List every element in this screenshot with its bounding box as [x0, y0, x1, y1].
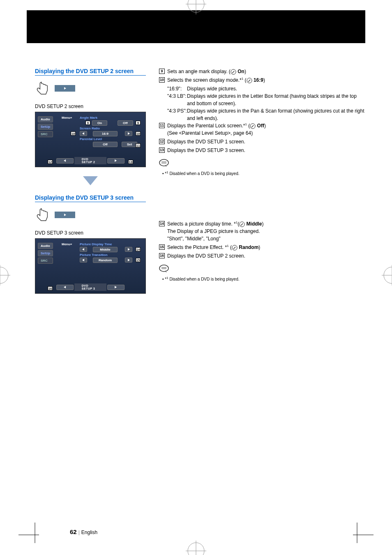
- ratio-prev[interactable]: [80, 131, 87, 136]
- item16-text: Displays the DVD SETUP 2 screen.: [167, 252, 365, 260]
- pencil-icon: [231, 69, 236, 75]
- note-3: • *1 Disabled when a DVD is being played…: [159, 276, 365, 281]
- item14-sub2: "Short", "Middle", "Long": [167, 236, 221, 242]
- angle-mark-off[interactable]: Off: [118, 120, 133, 126]
- transition-value: Random: [93, 258, 118, 263]
- svg-point-20: [159, 265, 168, 272]
- dvd-setup-3-screen: Audio SetUp SRC Menu« Picture Display Ti…: [35, 238, 146, 294]
- svg-point-15: [159, 159, 168, 166]
- callout-9b: 9: [136, 121, 141, 125]
- item-12: 12 Displays the DVD SETUP 1 screen.: [159, 138, 365, 145]
- item11-text: Displays the Parental Lock screen.*: [167, 123, 245, 129]
- item10-text: Selects the screen display mode.*: [167, 77, 242, 83]
- item-9: 9 Sets an angle mark display. ( On): [159, 68, 365, 75]
- num-11: 11: [159, 123, 165, 128]
- audio-button-3[interactable]: Audio: [38, 243, 53, 249]
- touch-prompt-3: [35, 207, 146, 223]
- manual-page: Displaying the DVD SETUP 2 screen DVD SE…: [0, 0, 392, 555]
- item10-default: 16:9: [254, 77, 263, 83]
- transition-next[interactable]: [125, 258, 132, 263]
- callout-14: 14: [136, 247, 141, 251]
- item11-paren: (: [247, 123, 250, 129]
- item10-169: "16:9":Displays wide pictures.: [159, 85, 365, 92]
- item15-end: ): [258, 244, 260, 250]
- hand-icon: [35, 81, 51, 96]
- item10-paren: (: [243, 77, 246, 83]
- dvd3-title: DVD SETUP 3: [74, 283, 106, 291]
- item14-text: Selects a picture display time. *: [167, 221, 236, 227]
- crop-mark-right: [380, 263, 392, 288]
- touch-prompt-2: [35, 81, 146, 96]
- dvd2-prev[interactable]: [56, 158, 74, 164]
- audio-button[interactable]: Audio: [38, 116, 53, 122]
- ratio-value: 16:9: [93, 131, 118, 136]
- item-15: 15 Selects the Picture Effect. *1 ( Rand…: [159, 244, 365, 251]
- menu-label-3: Menu«: [62, 242, 72, 246]
- item-14: 14 Selects a picture display time. *1( M…: [159, 220, 365, 242]
- num-13: 13: [159, 147, 165, 153]
- callout-15: 15: [136, 258, 141, 262]
- item15-paren: (: [229, 244, 232, 250]
- item9-end: ): [244, 69, 246, 74]
- down-arrow-icon: [83, 176, 98, 185]
- parental-off: Off: [93, 142, 118, 147]
- display-time-value: Middle: [93, 247, 118, 252]
- num-9: 9: [159, 69, 165, 74]
- dvd2-next[interactable]: [107, 158, 125, 164]
- item10-43ps: "4:3 PS":Displays wide pictures in the P…: [159, 107, 365, 122]
- setup-button-3[interactable]: SetUp: [38, 250, 53, 256]
- parental-set[interactable]: Set: [122, 142, 137, 147]
- pencil-icon: [247, 78, 252, 83]
- item13-text: Displays the DVD SETUP 3 screen.: [167, 147, 365, 154]
- dvd-setup-2-screen: Audio SetUp SRC Menu« Angle Mark On Off …: [35, 112, 146, 167]
- dvd3-prev[interactable]: [56, 285, 74, 290]
- item-16: 16 Displays the DVD SETUP 2 screen.: [159, 252, 365, 260]
- callout-9a: 9: [85, 121, 90, 125]
- note-icon-3: [159, 263, 169, 273]
- item10-end: ): [263, 77, 265, 83]
- note-icon: [159, 158, 169, 168]
- callout-11a: 11: [136, 143, 141, 147]
- item-11: 11 Displays the Parental Lock screen.*1 …: [159, 122, 365, 137]
- crop-mark-left: [0, 263, 12, 288]
- pic-display-time-label: Picture Display Time: [80, 242, 112, 246]
- src-button[interactable]: SRC: [38, 131, 53, 137]
- item11-default: Off: [257, 123, 264, 129]
- item12-text: Displays the DVD SETUP 1 screen.: [167, 138, 365, 145]
- section3-heading: Displaying the DVD SETUP 3 screen: [35, 194, 146, 202]
- hand-icon-3: [35, 207, 51, 223]
- num-16: 16: [159, 253, 165, 258]
- callout-10a: 10: [71, 131, 76, 136]
- crop-mark-bottom: [184, 539, 208, 555]
- content-area: Displaying the DVD SETUP 2 screen DVD SE…: [27, 68, 365, 294]
- arrow-button-3: [55, 212, 75, 218]
- screen2-caption: DVD SETUP 2 screen: [35, 104, 146, 109]
- crop-mark-top: [184, 0, 208, 16]
- corner-mark-br: [345, 523, 374, 545]
- display-time-prev[interactable]: [80, 247, 87, 252]
- right-column: 9 Sets an angle mark display. ( On) 10 S…: [154, 68, 365, 294]
- ratio-next[interactable]: [125, 131, 132, 136]
- display-time-next[interactable]: [125, 247, 132, 252]
- src-button-3[interactable]: SRC: [38, 258, 53, 264]
- section2-heading: Displaying the DVD SETUP 2 screen: [35, 68, 146, 76]
- page-number: 62|English: [70, 528, 97, 535]
- callout-16: 16: [48, 286, 53, 290]
- num-10: 10: [159, 77, 165, 83]
- transition-prev[interactable]: [80, 258, 87, 263]
- callout-12: 12: [48, 160, 53, 164]
- num-15: 15: [159, 244, 165, 250]
- item-10: 10 Selects the screen display mode.*1 ( …: [159, 76, 365, 84]
- corner-mark-bl: [18, 523, 47, 545]
- pencil-icon: [239, 221, 245, 227]
- screen3-caption: DVD SETUP 3 screen: [35, 230, 146, 236]
- num-12: 12: [159, 139, 165, 144]
- angle-mark-on[interactable]: On: [92, 120, 107, 126]
- arrow-button-2: [55, 85, 75, 92]
- item11-end: ): [264, 123, 266, 129]
- setup-button[interactable]: SetUp: [38, 124, 53, 130]
- item14-default: Middle: [247, 221, 262, 227]
- dvd3-next[interactable]: [107, 285, 125, 290]
- pencil-icon: [250, 123, 256, 129]
- num-14: 14: [159, 221, 165, 226]
